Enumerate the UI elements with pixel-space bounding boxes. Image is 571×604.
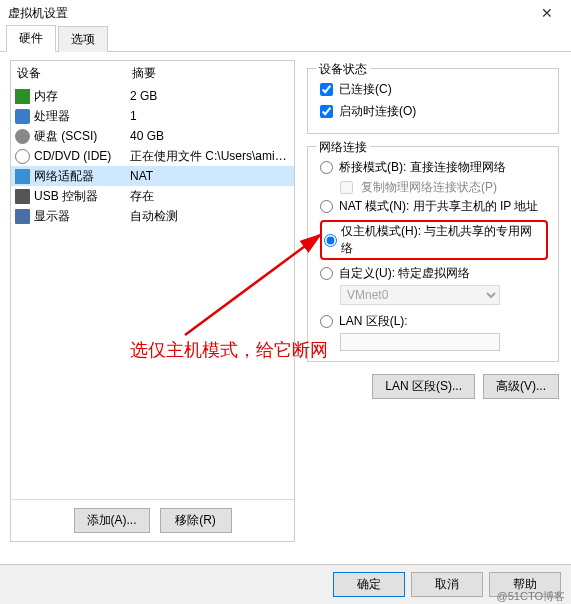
connect-power-checkbox-row[interactable]: 启动时连接(O) — [320, 101, 548, 123]
display-icon — [15, 209, 30, 224]
device-summary: 40 GB — [130, 129, 290, 143]
bridged-label: 桥接模式(B): 直接连接物理网络 — [339, 159, 506, 176]
nat-radio[interactable] — [320, 200, 333, 213]
device-summary: NAT — [130, 169, 290, 183]
remove-device-button[interactable]: 移除(R) — [160, 508, 232, 533]
device-row-usb[interactable]: USB 控制器 存在 — [11, 186, 294, 206]
device-row-display[interactable]: 显示器 自动检测 — [11, 206, 294, 226]
bridged-radio-row[interactable]: 桥接模式(B): 直接连接物理网络 — [320, 157, 548, 179]
device-status-title: 设备状态 — [316, 61, 370, 78]
tab-hardware[interactable]: 硬件 — [6, 25, 56, 52]
device-row-memory[interactable]: 内存 2 GB — [11, 86, 294, 106]
device-row-network[interactable]: 网络适配器 NAT — [11, 166, 294, 186]
hostonly-label: 仅主机模式(H): 与主机共享的专用网络 — [341, 223, 544, 257]
right-button-row: LAN 区段(S)... 高级(V)... — [307, 374, 559, 399]
add-device-button[interactable]: 添加(A)... — [74, 508, 150, 533]
window-title: 虚拟机设置 — [8, 5, 531, 22]
tabs: 硬件 选项 — [0, 26, 571, 52]
custom-radio-row[interactable]: 自定义(U): 特定虚拟网络 — [320, 263, 548, 285]
device-summary: 存在 — [130, 188, 290, 205]
device-list-header: 设备 摘要 — [11, 61, 294, 86]
device-name: USB 控制器 — [34, 188, 98, 205]
tab-options[interactable]: 选项 — [58, 26, 108, 52]
connected-label: 已连接(C) — [339, 81, 392, 98]
title-bar: 虚拟机设置 ✕ — [0, 0, 571, 26]
network-connection-group: 网络连接 桥接模式(B): 直接连接物理网络 复制物理网络连接状态(P) NAT… — [307, 146, 559, 362]
device-summary: 自动检测 — [130, 208, 290, 225]
header-device: 设备 — [17, 65, 132, 82]
device-name: 网络适配器 — [34, 168, 94, 185]
lan-radio[interactable] — [320, 315, 333, 328]
close-icon[interactable]: ✕ — [531, 5, 563, 21]
disk-icon — [15, 129, 30, 144]
cancel-button[interactable]: 取消 — [411, 572, 483, 597]
nat-label: NAT 模式(N): 用于共享主机的 IP 地址 — [339, 198, 538, 215]
device-buttons: 添加(A)... 移除(R) — [11, 499, 294, 541]
lan-radio-row[interactable]: LAN 区段(L): — [320, 311, 548, 333]
replicate-checkbox-row: 复制物理网络连接状态(P) — [320, 179, 548, 196]
help-button[interactable]: 帮助 — [489, 572, 561, 597]
lan-segments-button[interactable]: LAN 区段(S)... — [372, 374, 475, 399]
header-summary: 摘要 — [132, 65, 288, 82]
device-summary: 正在使用文件 C:\Users\aming\... — [130, 148, 290, 165]
ok-button[interactable]: 确定 — [333, 572, 405, 597]
device-summary: 1 — [130, 109, 290, 123]
hostonly-highlight: 仅主机模式(H): 与主机共享的专用网络 — [320, 220, 548, 260]
device-row-cpu[interactable]: 处理器 1 — [11, 106, 294, 126]
device-row-disk[interactable]: 硬盘 (SCSI) 40 GB — [11, 126, 294, 146]
lan-label: LAN 区段(L): — [339, 313, 408, 330]
cd-icon — [15, 149, 30, 164]
network-connection-title: 网络连接 — [316, 139, 370, 156]
usb-icon — [15, 189, 30, 204]
device-name: 显示器 — [34, 208, 70, 225]
connected-checkbox-row[interactable]: 已连接(C) — [320, 79, 548, 101]
device-row-cd[interactable]: CD/DVD (IDE) 正在使用文件 C:\Users\aming\... — [11, 146, 294, 166]
device-name: 内存 — [34, 88, 58, 105]
vmnet-select: VMnet0 — [340, 285, 500, 305]
device-summary: 2 GB — [130, 89, 290, 103]
replicate-checkbox — [340, 181, 353, 194]
hostonly-radio[interactable] — [324, 234, 337, 247]
content-area: 设备 摘要 内存 2 GB 处理器 1 硬盘 (SCSI) 40 GB CD/D… — [0, 52, 571, 542]
network-icon — [15, 169, 30, 184]
custom-radio[interactable] — [320, 267, 333, 280]
device-name: 处理器 — [34, 108, 70, 125]
connected-checkbox[interactable] — [320, 83, 333, 96]
device-name: CD/DVD (IDE) — [34, 149, 111, 163]
custom-label: 自定义(U): 特定虚拟网络 — [339, 265, 470, 282]
device-list[interactable]: 设备 摘要 内存 2 GB 处理器 1 硬盘 (SCSI) 40 GB CD/D… — [11, 61, 294, 499]
settings-panel: 设备状态 已连接(C) 启动时连接(O) 网络连接 桥接模式(B): 直接连接物… — [305, 60, 561, 542]
advanced-button[interactable]: 高级(V)... — [483, 374, 559, 399]
connect-power-checkbox[interactable] — [320, 105, 333, 118]
lan-segment-input — [340, 333, 500, 351]
device-status-group: 设备状态 已连接(C) 启动时连接(O) — [307, 68, 559, 134]
bridged-radio[interactable] — [320, 161, 333, 174]
nat-radio-row[interactable]: NAT 模式(N): 用于共享主机的 IP 地址 — [320, 196, 548, 218]
memory-icon — [15, 89, 30, 104]
cpu-icon — [15, 109, 30, 124]
dialog-footer: 确定 取消 帮助 @51CTO博客 — [0, 564, 571, 604]
hostonly-radio-row[interactable]: 仅主机模式(H): 与主机共享的专用网络 — [320, 218, 548, 263]
connect-power-label: 启动时连接(O) — [339, 103, 416, 120]
device-panel: 设备 摘要 内存 2 GB 处理器 1 硬盘 (SCSI) 40 GB CD/D… — [10, 60, 295, 542]
device-name: 硬盘 (SCSI) — [34, 128, 97, 145]
replicate-label: 复制物理网络连接状态(P) — [361, 179, 497, 196]
